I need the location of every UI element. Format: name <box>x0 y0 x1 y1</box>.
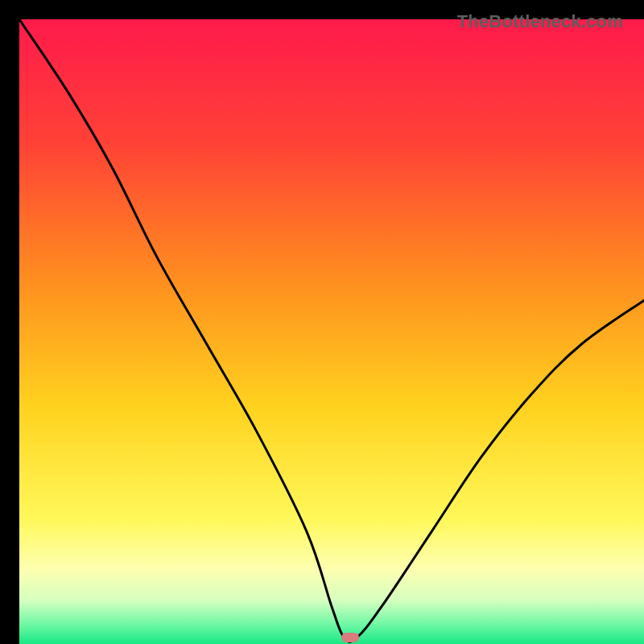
bottleneck-curve <box>19 19 644 644</box>
chart-frame: TheBottleneck.com <box>10 10 634 634</box>
watermark-label: TheBottleneck.com <box>457 11 623 32</box>
plot-area <box>19 19 644 644</box>
optimal-marker <box>341 633 359 642</box>
